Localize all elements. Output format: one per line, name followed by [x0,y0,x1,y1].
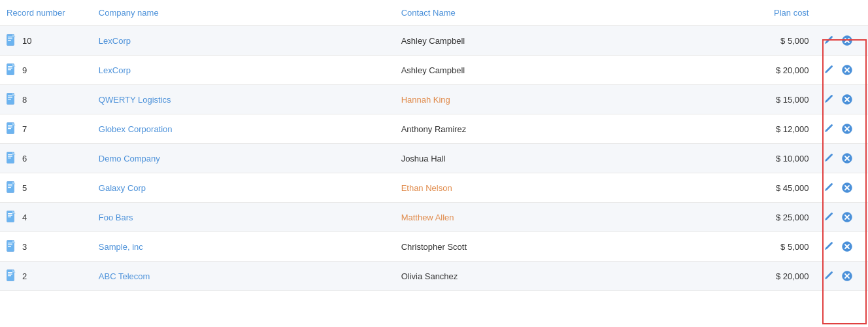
document-icon [7,211,16,224]
svg-rect-19 [8,95,12,96]
svg-rect-11 [8,67,12,68]
company-link[interactable]: Globex Corporation [99,124,173,134]
svg-rect-75 [8,275,11,276]
table-header-row: Record number Company name Contact Name … [0,0,868,26]
table-row: 2 ABC TelecomOlivia Sanchez$ 20,000 [0,262,868,291]
edit-button[interactable] [822,239,836,254]
record-number: 8 [22,95,27,105]
edit-button[interactable] [822,210,836,224]
table-row: 6 Demo CompanyJoshua Hall$ 10,000 [0,144,868,173]
svg-rect-20 [8,97,12,97]
delete-button[interactable] [840,122,854,136]
actions-cell [822,63,861,77]
table-row: 4 Foo BarsMatthew Allen$ 25,000 [0,203,868,232]
plan-cost: $ 5,000 [780,36,809,46]
actions-cell [822,239,861,254]
plan-cost: $ 15,000 [776,95,809,105]
svg-rect-3 [8,40,11,41]
col-header-company: Company name [92,0,395,26]
contact-name: Ethan Nelson [401,183,452,193]
company-link[interactable]: Galaxy Corp [99,183,146,193]
svg-rect-21 [8,99,11,99]
company-link[interactable]: ABC Telecom [99,271,150,281]
svg-rect-74 [8,273,12,274]
svg-rect-48 [8,187,11,188]
delete-button[interactable] [840,181,854,195]
delete-button[interactable] [840,33,854,48]
svg-rect-30 [8,128,11,129]
plan-cost: $ 25,000 [776,213,809,222]
svg-rect-28 [8,125,12,126]
edit-button[interactable] [822,33,836,48]
company-link[interactable]: QWERTY Logistics [99,95,171,105]
contact-name: Anthony Ramirez [401,124,467,134]
svg-rect-39 [8,158,11,158]
svg-rect-56 [8,215,12,215]
actions-cell [822,181,861,195]
edit-button[interactable] [822,63,836,77]
record-number: 9 [22,65,27,75]
svg-rect-55 [8,213,12,214]
company-link[interactable]: Demo Company [99,154,160,164]
delete-button[interactable] [840,210,854,224]
table-container: Record number Company name Contact Name … [0,0,868,327]
company-link[interactable]: Foo Bars [99,213,133,222]
svg-rect-64 [8,243,12,243]
plan-cost: $ 45,000 [776,183,809,193]
company-link[interactable]: LexCorp [99,36,131,46]
actions-cell [822,269,861,283]
table-row: 10 LexCorpAshley Campbell$ 5,000 [0,26,868,56]
svg-rect-12 [8,69,11,70]
edit-button[interactable] [822,92,836,107]
svg-rect-29 [8,126,12,127]
table-row: 3 Sample, incChristopher Scott$ 5,000 [0,232,868,262]
plan-cost: $ 12,000 [776,124,809,134]
col-header-plan: Plan cost [737,0,816,26]
document-icon [7,63,16,77]
document-icon [7,34,16,48]
actions-cell [822,33,861,48]
plan-cost: $ 20,000 [776,271,809,281]
edit-button[interactable] [822,269,836,283]
col-header-actions [815,0,868,26]
plan-cost: $ 20,000 [776,65,809,75]
delete-button[interactable] [840,63,854,77]
svg-rect-46 [8,184,12,184]
delete-button[interactable] [840,92,854,107]
edit-button[interactable] [822,181,836,195]
document-icon [7,152,16,165]
document-icon [7,122,16,136]
actions-cell [822,92,861,107]
document-icon [7,240,16,254]
edit-button[interactable] [822,151,836,165]
contact-name: Christopher Scott [401,242,467,252]
actions-cell [822,210,861,224]
svg-rect-65 [8,244,12,245]
company-link[interactable]: LexCorp [99,65,131,75]
svg-rect-66 [8,246,11,247]
record-number: 5 [22,183,27,193]
actions-cell [822,122,861,136]
delete-button[interactable] [840,269,854,283]
contact-name: Hannah King [401,95,450,105]
record-number: 3 [22,242,27,252]
svg-rect-2 [8,38,12,39]
records-table: Record number Company name Contact Name … [0,0,868,291]
record-number: 4 [22,213,27,222]
svg-rect-73 [8,272,12,273]
company-link[interactable]: Sample, inc [99,242,143,252]
document-icon [7,181,16,195]
delete-button[interactable] [840,151,854,165]
delete-button[interactable] [840,239,854,254]
plan-cost: $ 10,000 [776,154,809,164]
table-row: 5 Galaxy CorpEthan Nelson$ 45,000 [0,173,868,203]
contact-name: Ashley Campbell [401,65,465,75]
record-number: 7 [22,124,27,134]
contact-name: Joshua Hall [401,154,446,164]
document-icon [7,93,16,107]
table-row: 7 Globex CorporationAnthony Ramirez$ 12,… [0,114,868,144]
actions-cell [822,151,861,165]
edit-button[interactable] [822,122,836,136]
svg-rect-1 [8,37,12,37]
record-number: 6 [22,154,27,164]
